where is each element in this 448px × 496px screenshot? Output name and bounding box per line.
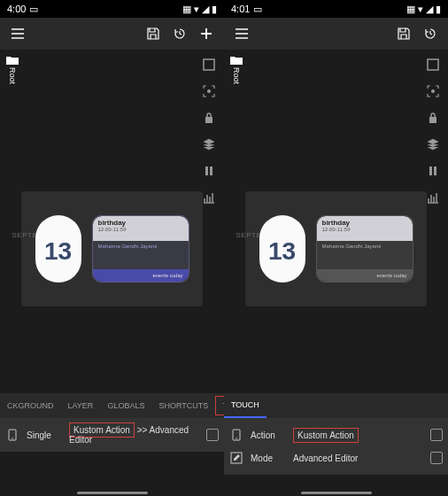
- nav-handle[interactable]: [301, 492, 372, 494]
- history-icon[interactable]: [418, 21, 443, 46]
- pane-left: 4:00 ▭ ▦ ▾ ◢ ▮: [0, 0, 224, 496]
- svg-point-1: [207, 89, 211, 93]
- checkbox[interactable]: [430, 452, 443, 464]
- focus-icon[interactable]: [423, 81, 443, 101]
- toolbar: [0, 18, 224, 50]
- touch-icon: [229, 428, 243, 442]
- notification-icon: ▭: [29, 4, 38, 15]
- date-oval: 13: [35, 215, 81, 283]
- svg-rect-9: [429, 117, 436, 123]
- select-icon[interactable]: [199, 55, 219, 74]
- touch-icon: [5, 428, 19, 442]
- prop-value: Kustom Action >> Advanced Editor: [69, 425, 199, 445]
- status-bar: 4:01 ▭ ▦ ▾ ◢ ▮: [224, 0, 448, 18]
- svg-rect-11: [434, 167, 436, 175]
- nav-handle[interactable]: [77, 492, 148, 494]
- checkbox[interactable]: [430, 429, 443, 441]
- svg-rect-4: [210, 167, 212, 175]
- lock-icon[interactable]: [199, 108, 219, 128]
- widget-preview[interactable]: SEPTEMBER 13 birthday 12:00-11:59 Mahatm…: [21, 191, 203, 306]
- pause-icon[interactable]: [199, 161, 219, 181]
- canvas: Root SEPTEMBER 13 birthd: [224, 50, 448, 393]
- root-label: Root: [232, 67, 241, 84]
- svg-rect-2: [205, 117, 212, 123]
- status-bar: 4:00 ▭ ▦ ▾ ◢ ▮: [0, 0, 224, 18]
- folder-icon[interactable]: [5, 55, 19, 66]
- canvas: Root SEPTEMBER 13 birthd: [0, 50, 224, 393]
- toolbar: [224, 18, 448, 50]
- folder-icon[interactable]: [229, 55, 243, 66]
- layers-icon[interactable]: [423, 135, 443, 154]
- tab-layer[interactable]: LAYER: [61, 393, 101, 418]
- pause-icon[interactable]: [423, 161, 443, 181]
- event-time: 12:00-11:59: [98, 227, 183, 232]
- svg-rect-10: [429, 167, 432, 175]
- status-icons: ▦ ▾ ◢ ▮: [406, 4, 441, 15]
- save-icon[interactable]: [391, 21, 416, 46]
- prop-label: Mode: [251, 453, 286, 463]
- tab-touch[interactable]: TOUCH: [224, 393, 266, 418]
- date-oval: 13: [259, 215, 305, 283]
- svg-point-6: [12, 438, 13, 439]
- notification-icon: ▭: [253, 4, 262, 15]
- prop-row-single[interactable]: Single Kustom Action >> Advanced Editor: [5, 423, 219, 446]
- checkbox[interactable]: [206, 429, 219, 441]
- date-number: 13: [268, 237, 296, 266]
- events-card: birthday 12:00-11:59 Mahatma Gandhi Jaya…: [92, 215, 189, 283]
- prop-label: Single: [27, 430, 62, 440]
- properties-panel: Action Kustom Action Mode Advanced Edito…: [224, 418, 448, 475]
- lock-icon[interactable]: [423, 108, 443, 128]
- prop-label: Action: [251, 430, 286, 440]
- tab-background[interactable]: CKGROUND: [0, 393, 61, 418]
- prop-row-mode[interactable]: Mode Advanced Editor: [229, 446, 443, 469]
- event-subtitle: Mahatma Gandhi Jayanti: [322, 244, 407, 249]
- date-number: 13: [44, 237, 72, 266]
- status-time: 4:00: [7, 4, 26, 14]
- prop-value: Kustom Action: [293, 430, 423, 440]
- prop-row-action[interactable]: Action Kustom Action: [229, 423, 443, 446]
- focus-icon[interactable]: [199, 81, 219, 101]
- menu-icon[interactable]: [5, 21, 30, 46]
- event-time: 12:00-11:59: [322, 227, 407, 232]
- svg-rect-3: [205, 167, 208, 175]
- history-icon[interactable]: [167, 21, 192, 46]
- tab-bar: CKGROUND LAYER GLOBALS SHORTCUTS TOUCH: [0, 393, 224, 418]
- svg-point-13: [236, 438, 237, 439]
- tab-shortcuts[interactable]: SHORTCUTS: [151, 393, 215, 418]
- properties-panel: Single Kustom Action >> Advanced Editor: [0, 418, 224, 452]
- root-label: Root: [8, 67, 17, 84]
- menu-icon[interactable]: [229, 21, 254, 46]
- select-icon[interactable]: [423, 55, 443, 74]
- events-card: birthday 12:00-11:59 Mahatma Gandhi Jaya…: [316, 215, 413, 283]
- prop-value: Advanced Editor: [293, 453, 423, 463]
- event-footer: events today: [317, 269, 413, 282]
- svg-rect-0: [204, 59, 214, 70]
- save-icon[interactable]: [141, 21, 166, 46]
- pane-right: 4:01 ▭ ▦ ▾ ◢ ▮: [224, 0, 448, 496]
- svg-point-8: [431, 89, 435, 93]
- layers-icon[interactable]: [199, 135, 219, 154]
- widget-preview[interactable]: SEPTEMBER 13 birthday 12:00-11:59 Mahatm…: [245, 191, 427, 306]
- tab-bar: TOUCH: [224, 393, 448, 418]
- event-title: birthday: [322, 219, 407, 227]
- tab-touch[interactable]: TOUCH: [215, 396, 224, 415]
- svg-rect-7: [428, 59, 438, 70]
- status-time: 4:01: [231, 4, 250, 14]
- event-subtitle: Mahatma Gandhi Jayanti: [98, 244, 183, 249]
- event-title: birthday: [98, 219, 183, 227]
- status-icons: ▦ ▾ ◢ ▮: [182, 4, 217, 15]
- edit-icon: [229, 451, 243, 465]
- add-icon[interactable]: [194, 21, 219, 46]
- tab-globals[interactable]: GLOBALS: [100, 393, 151, 418]
- event-footer: events today: [93, 269, 189, 282]
